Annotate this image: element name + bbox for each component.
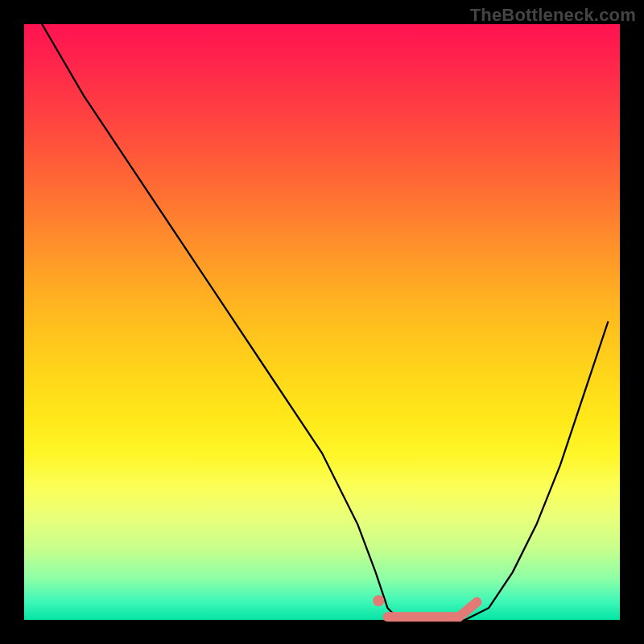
chart-container: TheBottleneck.com xyxy=(0,0,644,644)
marker-dot xyxy=(373,595,384,606)
plot-area xyxy=(24,24,620,620)
watermark-text: TheBottleneck.com xyxy=(470,5,636,26)
bottleneck-curve xyxy=(42,24,608,620)
chart-svg xyxy=(24,24,620,620)
flat-highlight-segment xyxy=(387,602,477,617)
